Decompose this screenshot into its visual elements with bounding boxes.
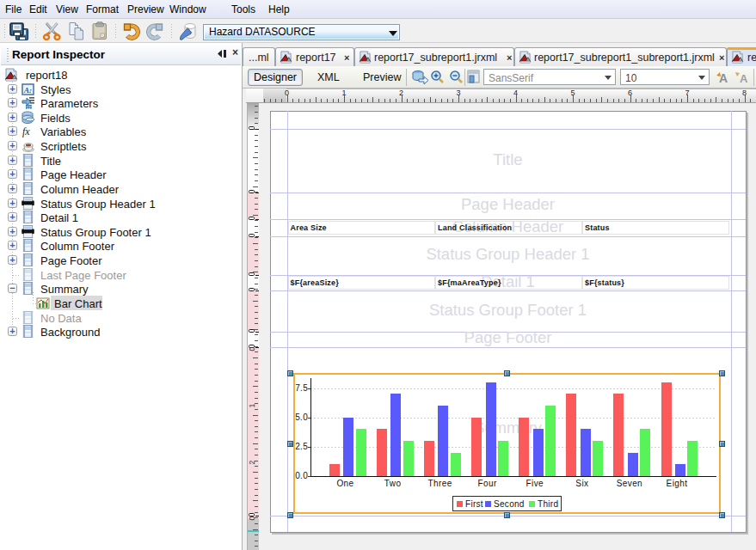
svg-text:fx: fx xyxy=(22,125,30,138)
svg-text:A: A xyxy=(740,72,748,84)
svg-text:123: 123 xyxy=(27,106,34,110)
svg-text:A:: A: xyxy=(23,86,32,95)
svg-text:A: A xyxy=(719,71,728,84)
